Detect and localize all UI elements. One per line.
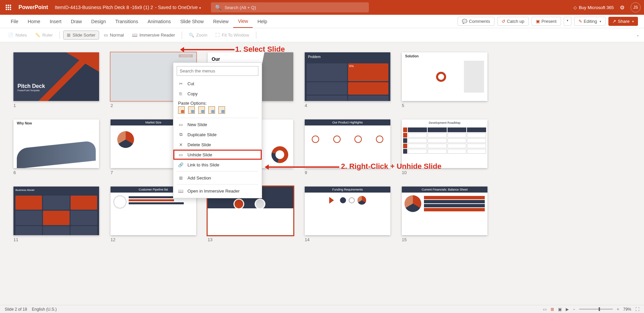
tab-animations[interactable]: Animations [143, 15, 175, 28]
fit-icon: ⛶ [215, 33, 220, 38]
comment-icon: 💬 [462, 19, 467, 24]
normal-view-button[interactable]: ▭Normal [100, 31, 127, 39]
unhide-icon: ▭ [178, 152, 183, 157]
slide-1[interactable]: Pitch Deck PowerPoint Template 1 [13, 52, 99, 108]
immersive-reader-button[interactable]: 📖Immersive Reader [129, 31, 178, 39]
menu-cut[interactable]: ✂Cut [173, 79, 262, 89]
slide-number: 9 [305, 170, 390, 175]
copy-icon: ⎘ [178, 91, 183, 96]
delete-icon: ✕ [178, 142, 183, 147]
slide-10[interactable]: Development RoadMap 10 [402, 119, 487, 175]
menu-search-input[interactable] [177, 66, 258, 76]
grid-icon: ⊞ [67, 33, 71, 38]
slide-number: 6 [13, 170, 99, 175]
slide-number: 4 [305, 103, 390, 108]
paste-option-5[interactable] [218, 106, 225, 114]
present-button[interactable]: ▣Present [531, 17, 561, 26]
search-input[interactable] [224, 5, 365, 10]
slide-sorter-button[interactable]: ⊞Slide Sorter [63, 31, 99, 40]
tab-file[interactable]: File [6, 15, 23, 28]
zoom-icon: 🔍 [189, 33, 194, 38]
ribbon-expand-icon[interactable]: ⌄ [636, 33, 639, 37]
search-icon: 🔍 [215, 4, 222, 11]
diamond-icon: ◇ [573, 5, 577, 10]
menu-paste-options-label: Paste Options: [173, 99, 262, 106]
fit-window-button[interactable]: ⛶Fit To Window [212, 31, 252, 39]
comments-button[interactable]: 💬Comments [458, 17, 495, 26]
app-launcher-icon[interactable] [3, 2, 13, 12]
tab-review[interactable]: Review [208, 15, 233, 28]
catch-up-button[interactable]: ↺Catch up [497, 17, 529, 26]
slide-1-title: Pitch Deck [17, 83, 45, 89]
menu-delete-slide[interactable]: ✕Delete Slide [173, 140, 262, 150]
ruler-button[interactable]: 📏Ruler [32, 31, 56, 39]
tab-view[interactable]: View [233, 15, 253, 28]
slide-number: 15 [402, 237, 487, 242]
slide-number: 14 [305, 237, 390, 242]
search-box[interactable]: 🔍 [211, 2, 369, 12]
slide-number: 5 [402, 103, 487, 108]
notes-button[interactable]: 📄Notes [5, 31, 30, 39]
slide-5[interactable]: Solution 5 [402, 52, 487, 108]
document-name[interactable]: ItemID-4413-Business Pitch Deck 8 -16x9 … [55, 5, 153, 10]
zoom-button[interactable]: 🔍Zoom [185, 31, 211, 39]
app-name: PowerPoint [18, 4, 48, 10]
slide-sorter-canvas[interactable]: 1. Select Slide 2. Right-Click + Unhide … [0, 42, 644, 305]
tab-insert[interactable]: Insert [45, 15, 66, 28]
slide-4[interactable]: Problem X% 4 [305, 52, 390, 108]
reader-icon: 📖 [132, 33, 137, 38]
title-bar: PowerPoint ItemID-4413-Business Pitch De… [0, 0, 644, 15]
section-icon: ⊞ [178, 175, 183, 180]
paste-option-1[interactable] [178, 106, 185, 114]
ruler-icon: 📏 [35, 33, 40, 38]
user-avatar[interactable]: JS [631, 2, 641, 12]
context-menu: ✂Cut ⎘Copy Paste Options: ▭New Slide ⧉Du… [173, 62, 262, 198]
paste-options-row [173, 106, 262, 116]
slide-number: 12 [111, 237, 196, 242]
save-status[interactable]: - Saved to OneDrive▾ [155, 5, 201, 10]
paste-option-3[interactable] [198, 106, 205, 114]
slide-6[interactable]: Why Now 6 [13, 119, 99, 175]
slide-15[interactable]: Current Financials: Balance Sheet 15 [402, 187, 487, 242]
ribbon-tabs: File Home Insert Draw Design Transitions… [0, 15, 644, 28]
tab-design[interactable]: Design [87, 15, 111, 28]
menu-immersive-reader[interactable]: 📖Open in Immersive Reader [173, 186, 262, 196]
reader-icon: 📖 [178, 188, 183, 194]
slide-5-title: Solution [402, 52, 487, 60]
menu-unhide-slide[interactable]: ▭Unhide Slide [173, 150, 262, 160]
tab-home[interactable]: Home [23, 15, 45, 28]
normal-icon: ▭ [104, 33, 108, 38]
menu-duplicate-slide[interactable]: ⧉Duplicate Slide [173, 129, 262, 140]
menu-add-section[interactable]: ⊞Add Section [173, 173, 262, 183]
share-button[interactable]: ↗Share▾ [608, 17, 638, 26]
new-slide-icon: ▭ [178, 122, 183, 127]
cut-icon: ✂ [178, 81, 183, 86]
editing-mode-button[interactable]: ✎Editing▾ [574, 17, 606, 26]
slide-grid: Pitch Deck PowerPoint Template 1 AGENDA … [13, 52, 631, 242]
slide-14[interactable]: Funding Requirements 14 [305, 187, 390, 242]
present-dropdown[interactable]: ▾ [564, 17, 571, 26]
paste-option-2[interactable] [188, 106, 195, 114]
menu-link-to-slide[interactable]: 🔗Link to this Slide [173, 160, 262, 170]
view-toolbar: 📄Notes 📏Ruler ⊞Slide Sorter ▭Normal 📖Imm… [0, 28, 644, 42]
slide-number: 1 [13, 103, 99, 108]
slide-11[interactable]: Business Model 11 [13, 187, 99, 242]
tab-transitions[interactable]: Transitions [111, 15, 143, 28]
slide-1-subtitle: PowerPoint Template [17, 89, 45, 92]
paste-option-4[interactable] [208, 106, 215, 114]
tab-help[interactable]: Help [253, 15, 272, 28]
tab-draw[interactable]: Draw [66, 15, 87, 28]
slide-6-title: Why Now [13, 119, 99, 127]
slide-number: 11 [13, 237, 99, 242]
buy-microsoft-365-button[interactable]: ◇ Buy Microsoft 365 [573, 5, 614, 10]
menu-new-slide[interactable]: ▭New Slide [173, 119, 262, 129]
duplicate-icon: ⧉ [178, 132, 183, 137]
annotation-arrow-2 [265, 166, 339, 168]
link-icon: 🔗 [178, 162, 183, 167]
slide-4-title: Problem [305, 52, 390, 61]
slide-number: 13 [208, 237, 293, 242]
menu-copy[interactable]: ⎘Copy [173, 89, 262, 99]
settings-icon[interactable]: ⚙ [620, 4, 625, 11]
tab-slideshow[interactable]: Slide Show [175, 15, 208, 28]
slide-9-title: Our Product Highlights [305, 119, 390, 125]
